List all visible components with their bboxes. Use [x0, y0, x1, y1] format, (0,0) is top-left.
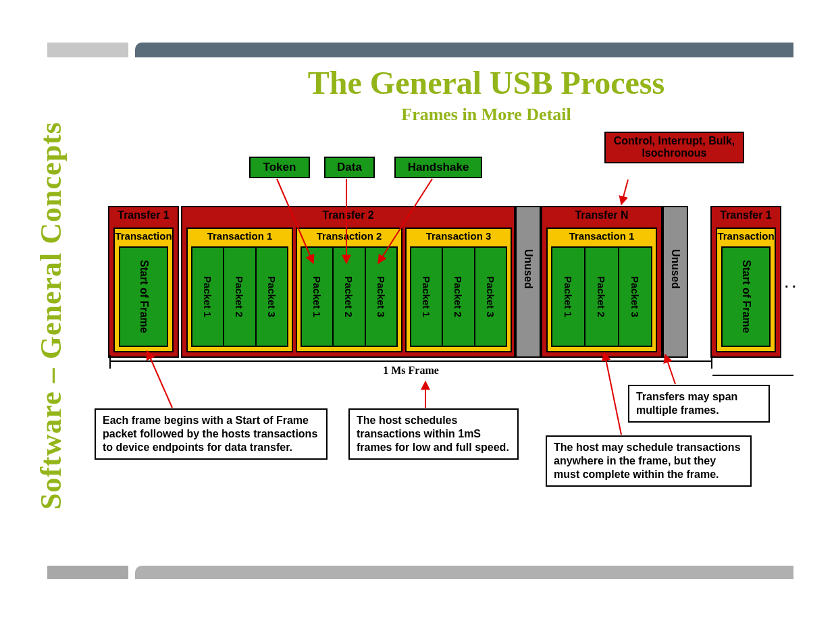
packet-1-label: Packet 1 — [202, 276, 213, 317]
tx3-packets: Packet 1 Packet 2 Packet 3 — [411, 246, 506, 347]
transaction-sof-label: Transaction — [115, 229, 172, 245]
packet: Packet 3 — [255, 246, 288, 347]
start-of-frame-packet: Start of Frame — [119, 246, 168, 347]
packet: Packet 2 — [223, 246, 256, 347]
packet: Packet 3 — [618, 246, 652, 347]
packet: Packet 3 — [365, 246, 398, 347]
transfer-1: Transfer 1 Transaction Start of Frame — [108, 206, 179, 358]
frame-diagram: Transfer 1 Transaction Start of Frame Tr… — [108, 206, 783, 358]
packet-1-label: Packet 1 — [421, 276, 432, 317]
svg-line-3 — [621, 180, 628, 205]
transfer-2-tx-3: Transaction 3 Packet 1 Packet 2 Packet 3 — [405, 227, 512, 352]
page-title: The General USB Process — [182, 64, 790, 101]
decor-bar-bottom-long — [135, 566, 793, 579]
transfer-1-label: Transfer 1 — [109, 207, 178, 225]
transfer-2-tx-2: Transaction 2 Packet 1 Packet 2 Packet 3 — [296, 227, 402, 352]
start-of-frame-text: Start of Frame — [740, 260, 752, 333]
sidebar-label: Software – General Concepts — [34, 91, 68, 510]
packet: Packet 2 — [332, 246, 365, 347]
transfer-2: Transfer 2 Transaction 1 Packet 1 Packet… — [181, 206, 515, 358]
packet: Packet 1 — [191, 246, 224, 347]
unused-gap-1: Unused — [515, 206, 541, 358]
callout-host-schedules: The host schedules transactions within 1… — [348, 408, 519, 460]
tx1-label: Transaction 1 — [188, 229, 292, 245]
transfer-n: Transfer N Transaction 1 Packet 1 Packet… — [541, 206, 662, 358]
packet-2-label: Packet 2 — [452, 276, 464, 317]
transaction-sof-next: Transaction Start of Frame — [716, 227, 776, 352]
tx2-label: Transaction 2 — [297, 229, 401, 245]
txn1-label: Transaction 1 — [548, 229, 656, 245]
packet: Packet 2 — [442, 246, 475, 347]
legend-data: Data — [324, 157, 375, 178]
tx3-label: Transaction 3 — [407, 229, 511, 245]
packet-3-label: Packet 3 — [375, 276, 387, 317]
transfer-n-tx-1: Transaction 1 Packet 1 Packet 2 Packet 3 — [546, 227, 657, 352]
callout-start-of-frame: Each frame begins with a Start of Frame … — [95, 408, 328, 460]
unused-label: Unused — [669, 249, 681, 289]
packet: Packet 1 — [551, 246, 585, 347]
ruler-extension — [712, 375, 793, 376]
decor-bar-top-short — [47, 43, 128, 57]
transfer-1-next-label: Transfer 1 — [712, 207, 780, 225]
transfer-2-label: Transfer 2 — [182, 207, 514, 225]
packet: Packet 3 — [474, 246, 507, 347]
packet-1-label: Packet 1 — [563, 276, 574, 317]
packet-2-label: Packet 2 — [234, 276, 245, 317]
start-of-frame-packet-next: Start of Frame — [721, 246, 771, 347]
tx2-packets: Packet 1 Packet 2 Packet 3 — [301, 246, 397, 347]
packet-3-label: Packet 3 — [485, 276, 496, 317]
frame-duration-bracket — [109, 360, 712, 362]
decor-bar-top-long — [135, 43, 793, 57]
packet: Packet 1 — [410, 246, 443, 347]
transaction-sof: Transaction Start of Frame — [113, 227, 174, 352]
packet-3-label: Packet 3 — [629, 276, 641, 317]
page-subtitle: Frames in More Detail — [182, 105, 790, 125]
packet: Packet 2 — [584, 246, 619, 347]
legend-token: Token — [249, 157, 310, 178]
ellipsis-icon: . . — [785, 275, 796, 291]
frame-duration-label: 1 Ms Frame — [109, 365, 712, 377]
legend-handshake: Handshake — [394, 157, 482, 178]
packet-2-label: Packet 2 — [343, 276, 355, 317]
legend-transfer-types: Control, Interrupt, Bulk, Isochronous — [604, 132, 744, 163]
tx1-packets: Packet 1 Packet 2 Packet 3 — [192, 246, 288, 347]
decor-bar-bottom-short — [47, 566, 128, 579]
transfer-1-next-frame: Transfer 1 Transaction Start of Frame — [710, 206, 781, 358]
transfer-n-label: Transfer N — [542, 207, 661, 225]
svg-line-4 — [147, 351, 172, 408]
transfer-2-tx-1: Transaction 1 Packet 1 Packet 2 Packet 3 — [186, 227, 293, 352]
packet: Packet 1 — [301, 246, 334, 347]
start-of-frame-text: Start of Frame — [138, 260, 150, 333]
callout-span-frames: Transfers may span multiple frames. — [628, 385, 770, 423]
unused-gap-2: Unused — [662, 206, 688, 358]
txn1-packets: Packet 1 Packet 2 Packet 3 — [552, 246, 652, 347]
callout-complete-within-frame: The host may schedule transactions anywh… — [546, 435, 752, 487]
transaction-sof-next-label: Transaction — [717, 229, 775, 245]
unused-label: Unused — [522, 249, 534, 289]
packet-1-label: Packet 1 — [311, 276, 323, 317]
packet-3-label: Packet 3 — [266, 276, 278, 317]
packet-2-label: Packet 2 — [596, 276, 607, 317]
